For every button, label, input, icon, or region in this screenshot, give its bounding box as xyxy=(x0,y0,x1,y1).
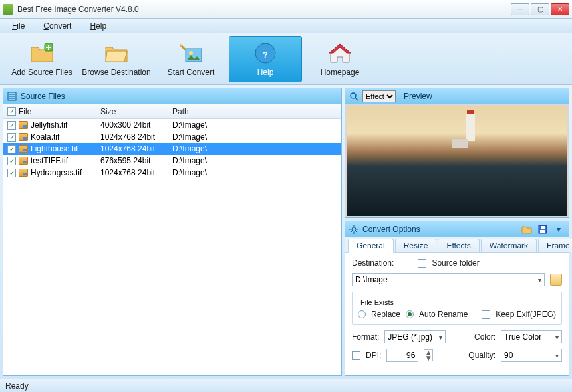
select-all-checkbox[interactable]: ✓ xyxy=(7,107,16,116)
image-file-icon xyxy=(19,157,28,165)
table-row[interactable]: ✓Koala.tif1024x768 24bitD:\Image\ xyxy=(3,131,341,143)
keep-exif-checkbox[interactable] xyxy=(482,310,490,319)
destination-label: Destination: xyxy=(352,258,394,268)
preview-body xyxy=(345,104,569,217)
file-path: D:\Image\ xyxy=(168,131,341,143)
toolbar-label: Homepage xyxy=(321,68,360,77)
preview-label: Preview xyxy=(404,92,432,101)
add-source-files-button[interactable]: Add Source Files xyxy=(5,36,78,82)
tab-effects[interactable]: Effects xyxy=(438,239,479,252)
save-options-button[interactable] xyxy=(537,223,549,235)
gear-icon xyxy=(349,225,358,234)
menubar: File Convert Help xyxy=(0,19,572,33)
file-size: 1024x768 24bit xyxy=(96,131,168,143)
browse-destination-button[interactable]: Browse Destination xyxy=(80,36,153,82)
file-size: 1024x768 24bit xyxy=(96,143,168,155)
help-button[interactable]: ? Help xyxy=(229,36,302,82)
quality-combo[interactable]: 90 xyxy=(501,349,562,362)
destination-combo[interactable]: D:\Image xyxy=(352,273,545,286)
row-checkbox[interactable]: ✓ xyxy=(7,133,16,142)
auto-rename-radio[interactable] xyxy=(406,310,414,318)
homepage-button[interactable]: Homepage xyxy=(303,36,376,82)
file-exists-legend: File Exists xyxy=(358,298,396,306)
table-row[interactable]: ✓Jellyfish.tif400x300 24bitD:\Image\ xyxy=(3,119,341,131)
panel-title: Convert Options xyxy=(362,225,420,234)
status-text: Ready xyxy=(5,381,29,391)
image-file-icon xyxy=(19,121,28,129)
file-path: D:\Image\ xyxy=(168,155,341,167)
wand-image-icon xyxy=(179,41,203,65)
row-checkbox[interactable]: ✓ xyxy=(7,157,16,165)
app-icon xyxy=(3,4,13,15)
source-folder-checkbox[interactable] xyxy=(418,259,426,268)
maximize-button[interactable]: ▢ xyxy=(531,3,549,15)
image-file-icon xyxy=(19,133,28,141)
file-exists-group: File Exists Replace Auto Rename Keep Exi… xyxy=(352,292,562,325)
titlebar: Best Free Image Converter V4.8.0 ─ ▢ ✕ xyxy=(0,0,572,19)
toolbar-label: Add Source Files xyxy=(11,68,72,77)
window-title: Best Free Image Converter V4.8.0 xyxy=(17,5,511,14)
image-file-icon xyxy=(19,145,28,153)
table-row[interactable]: ✓Lighthouse.tif1024x768 24bitD:\Image\ xyxy=(3,143,341,155)
start-convert-button[interactable]: Start Convert xyxy=(154,36,227,82)
toolbar-label: Start Convert xyxy=(168,68,215,77)
dpi-input[interactable] xyxy=(386,349,418,362)
menu-help[interactable]: Help xyxy=(82,20,114,32)
svg-text:?: ? xyxy=(263,50,267,60)
file-list[interactable]: ✓Jellyfish.tif400x300 24bitD:\Image\✓Koa… xyxy=(3,119,341,375)
right-column: Effect Preview Convert Options ▾ xyxy=(345,88,569,376)
quality-label: Quality: xyxy=(468,351,496,360)
source-folder-label: Source folder xyxy=(432,258,479,268)
menu-file[interactable]: File xyxy=(4,20,33,32)
toolbar: Add Source Files Browse Destination Star… xyxy=(0,33,572,85)
file-size: 1024x768 24bit xyxy=(96,167,168,179)
options-tabs: General Resize Effects Watermark Frame xyxy=(345,237,569,253)
file-size: 676x595 24bit xyxy=(96,155,168,167)
column-file[interactable]: ✓ File xyxy=(3,104,96,118)
convert-options-panel: Convert Options ▾ General Resize Effects… xyxy=(345,221,569,376)
tab-frame[interactable]: Frame xyxy=(538,239,572,252)
minimize-button[interactable]: ─ xyxy=(511,3,529,15)
tab-general[interactable]: General xyxy=(348,239,394,253)
column-path[interactable]: Path xyxy=(168,104,341,118)
color-combo[interactable]: True Color xyxy=(501,330,562,343)
open-options-button[interactable] xyxy=(521,223,533,235)
svg-point-2 xyxy=(189,51,193,55)
file-name: Koala.tif xyxy=(31,132,59,142)
effect-select[interactable]: Effect xyxy=(362,90,396,102)
row-checkbox[interactable]: ✓ xyxy=(7,169,16,177)
svg-point-7 xyxy=(352,227,356,231)
image-file-icon xyxy=(19,169,28,177)
table-row[interactable]: ✓testTIFF.tif676x595 24bitD:\Image\ xyxy=(3,155,341,167)
lighthouse-graphic xyxy=(466,114,475,141)
list-icon xyxy=(7,92,17,101)
home-icon xyxy=(328,41,352,65)
source-files-header: Source Files xyxy=(3,88,341,104)
table-row[interactable]: ✓Hydrangeas.tif1024x768 24bitD:\Image\ xyxy=(3,167,341,179)
column-size[interactable]: Size xyxy=(96,104,168,118)
dpi-checkbox[interactable] xyxy=(352,351,360,360)
collapse-options-button[interactable]: ▾ xyxy=(553,223,565,235)
statusbar: Ready xyxy=(0,379,572,392)
file-name: Hydrangeas.tif xyxy=(31,168,82,177)
row-checkbox[interactable]: ✓ xyxy=(7,121,16,130)
content-area: Source Files ✓ File Size Path ✓Jellyfish… xyxy=(0,85,572,379)
file-path: D:\Image\ xyxy=(168,119,341,131)
file-path: D:\Image\ xyxy=(168,167,341,179)
house-graphic xyxy=(452,139,468,148)
tab-resize[interactable]: Resize xyxy=(395,239,437,252)
svg-rect-10 xyxy=(541,226,545,229)
browse-folder-button[interactable] xyxy=(550,274,562,286)
replace-radio[interactable] xyxy=(358,310,366,318)
menu-convert[interactable]: Convert xyxy=(35,20,79,32)
format-combo[interactable]: JPEG (*.jpg) xyxy=(384,330,446,343)
toolbar-label: Help xyxy=(257,68,274,77)
tab-watermark[interactable]: Watermark xyxy=(481,239,537,252)
dpi-spinner[interactable]: ▲▼ xyxy=(424,349,433,361)
folder-plus-icon xyxy=(30,41,54,65)
close-button[interactable]: ✕ xyxy=(551,3,569,15)
file-name: Lighthouse.tif xyxy=(31,144,78,153)
replace-label: Replace xyxy=(371,310,400,319)
preview-panel: Effect Preview xyxy=(345,88,569,218)
row-checkbox[interactable]: ✓ xyxy=(7,145,16,153)
